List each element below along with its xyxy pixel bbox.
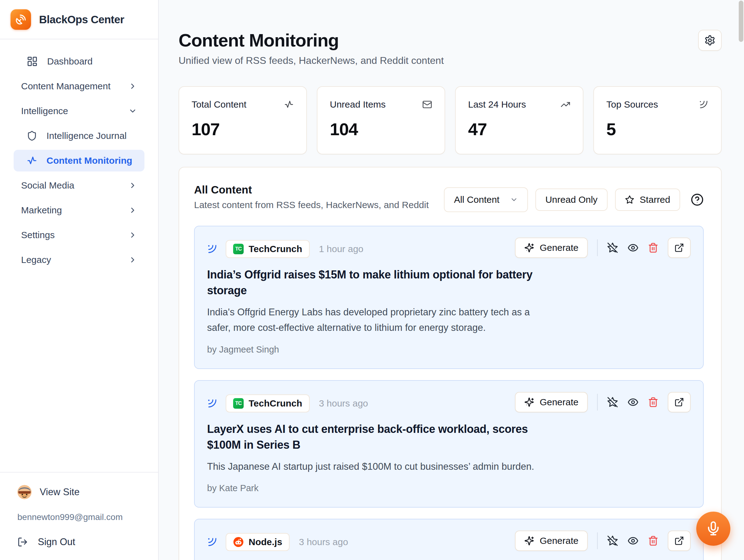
chevron-right-icon xyxy=(128,256,137,264)
sparkles-icon xyxy=(524,536,534,546)
stat-label: Total Content xyxy=(192,99,247,110)
timestamp: 3 hours ago xyxy=(299,537,348,547)
source-name: TechCrunch xyxy=(249,244,302,254)
open-external-button[interactable] xyxy=(668,237,691,258)
divider xyxy=(597,394,598,411)
starred-filter-button[interactable]: Starred xyxy=(615,189,680,211)
open-external-button[interactable] xyxy=(668,530,691,551)
view-site-label: View Site xyxy=(40,487,80,498)
sidebar-item-content-management[interactable]: Content Management xyxy=(14,75,144,97)
stat-value: 107 xyxy=(192,119,294,139)
content-filter-value: All Content xyxy=(454,194,499,205)
avatar xyxy=(17,485,32,499)
chevron-right-icon xyxy=(128,206,137,215)
generate-label: Generate xyxy=(540,397,579,407)
rss-icon xyxy=(699,100,709,109)
generate-button[interactable]: Generate xyxy=(515,237,588,258)
sparkles-icon xyxy=(524,397,534,407)
sidebar-item-label: Content Management xyxy=(21,81,111,91)
sidebar-item-label: Social Media xyxy=(21,180,74,191)
sidebar-item-social-media[interactable]: Social Media xyxy=(14,175,144,196)
shield-icon xyxy=(27,130,37,141)
content-description: India's Offgrid Energy Labs has develope… xyxy=(207,304,551,336)
content-title[interactable]: India’s Offgrid raises $15M to make lith… xyxy=(207,267,560,298)
eye-icon[interactable] xyxy=(627,242,639,253)
open-external-button[interactable] xyxy=(668,392,691,412)
star-off-icon[interactable] xyxy=(607,242,618,253)
rss-icon xyxy=(207,398,218,409)
dashboard-grid-icon xyxy=(27,56,38,67)
stat-label: Unread Items xyxy=(330,99,386,110)
source-badge[interactable]: TC TechCrunch xyxy=(226,240,310,258)
stat-card-total-content: Total Content 107 xyxy=(179,86,307,154)
generate-label: Generate xyxy=(540,535,579,546)
all-content-panel: All Content Latest content from RSS feed… xyxy=(179,167,722,560)
trash-icon[interactable] xyxy=(648,397,659,407)
content-item-card: Node.js 3 hours ago Generate xyxy=(194,519,704,560)
source-badge[interactable]: Node.js xyxy=(226,533,290,551)
satellite-dish-icon xyxy=(10,9,31,30)
sidebar-footer: View Site bennewton999@gmail.com Sign Ou… xyxy=(0,472,158,560)
stat-value: 104 xyxy=(330,119,432,139)
help-circle-icon[interactable] xyxy=(691,193,704,206)
trash-icon[interactable] xyxy=(648,242,659,253)
view-site-link[interactable]: View Site xyxy=(17,485,150,499)
divider xyxy=(597,532,598,549)
sidebar-item-settings[interactable]: Settings xyxy=(14,224,144,246)
app-logo-row: BlackOps Center xyxy=(0,0,158,39)
star-off-icon[interactable] xyxy=(607,535,618,546)
chevron-right-icon xyxy=(128,181,137,190)
star-icon xyxy=(625,195,634,204)
sidebar-item-label: Legacy xyxy=(21,255,51,265)
voice-input-button[interactable] xyxy=(696,512,730,546)
sidebar-item-legacy[interactable]: Legacy xyxy=(14,249,144,271)
stat-label: Top Sources xyxy=(606,99,658,110)
sidebar-item-label: Settings xyxy=(21,230,54,240)
generate-button[interactable]: Generate xyxy=(515,392,588,412)
activity-icon xyxy=(27,155,37,166)
page-title: Content Monitoring xyxy=(179,30,444,50)
content-byline: by Jagmeet Singh xyxy=(207,344,691,355)
sidebar-item-label: Dashboard xyxy=(47,56,93,67)
sidebar-item-intelligence-journal[interactable]: Intelligence Journal xyxy=(14,125,144,147)
stats-row: Total Content 107 Unread Items 104 Last … xyxy=(179,86,722,154)
stat-card-top-sources: Top Sources 5 xyxy=(593,86,722,154)
settings-button[interactable] xyxy=(698,30,722,51)
timestamp: 3 hours ago xyxy=(319,398,368,409)
content-title[interactable]: LayerX uses AI to cut enterprise back-of… xyxy=(207,421,560,453)
panel-subtitle: Latest content from RSS feeds, HackerNew… xyxy=(194,200,429,210)
starred-label: Starred xyxy=(640,194,670,205)
stat-label: Last 24 Hours xyxy=(468,99,526,110)
source-name: Node.js xyxy=(249,537,282,547)
page-subtitle: Unified view of RSS feeds, HackerNews, a… xyxy=(179,55,444,66)
divider xyxy=(597,239,598,256)
sign-out-button[interactable]: Sign Out xyxy=(17,536,150,548)
scrollbar-thumb[interactable] xyxy=(739,1,743,42)
unread-only-button[interactable]: Unread Only xyxy=(535,189,607,211)
content-item-card: TC TechCrunch 1 hour ago Generate xyxy=(194,226,704,369)
sidebar-item-marketing[interactable]: Marketing xyxy=(14,199,144,221)
stat-card-last-24-hours: Last 24 Hours 47 xyxy=(455,86,584,154)
star-off-icon[interactable] xyxy=(607,397,618,408)
sidebar-item-intelligence[interactable]: Intelligence xyxy=(14,100,144,122)
source-badge[interactable]: TC TechCrunch xyxy=(226,395,310,412)
sidebar-item-label: Intelligence Journal xyxy=(46,130,127,141)
sidebar-item-dashboard[interactable]: Dashboard xyxy=(14,50,144,72)
sidebar-item-content-monitoring[interactable]: Content Monitoring xyxy=(14,150,144,172)
chevron-down-icon xyxy=(510,196,518,204)
sidebar-item-label: Intelligence xyxy=(21,106,68,116)
content-description: This Japanese AI startup just raised $10… xyxy=(207,459,551,475)
generate-button[interactable]: Generate xyxy=(515,530,588,551)
sidebar-item-label: Content Monitoring xyxy=(46,155,133,166)
sidebar-nav: Dashboard Content Management Intelligenc… xyxy=(0,39,158,472)
sparkles-icon xyxy=(524,243,534,253)
techcrunch-icon: TC xyxy=(233,398,244,409)
content-filter-select[interactable]: All Content xyxy=(444,187,528,212)
techcrunch-icon: TC xyxy=(233,244,244,254)
logout-icon xyxy=(17,537,28,547)
eye-icon[interactable] xyxy=(627,535,639,546)
trash-icon[interactable] xyxy=(648,535,659,546)
eye-icon[interactable] xyxy=(627,397,639,408)
source-name: TechCrunch xyxy=(249,398,302,409)
external-link-icon xyxy=(674,243,684,253)
